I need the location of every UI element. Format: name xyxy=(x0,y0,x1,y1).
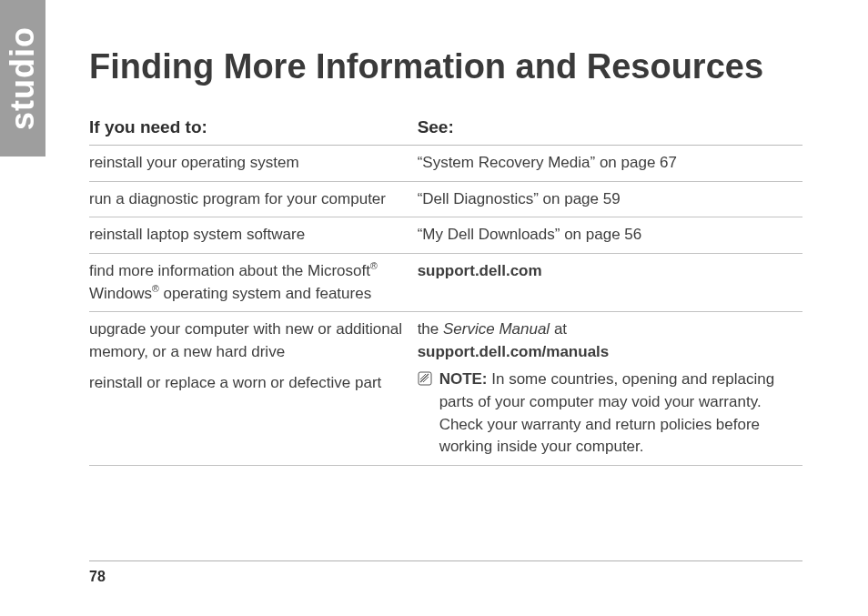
note-body: In some countries, opening and replacing… xyxy=(439,370,775,455)
registered-mark: ® xyxy=(152,283,159,294)
side-tab: studio xyxy=(0,0,45,157)
need-cell: reinstall laptop system software xyxy=(89,217,418,254)
table-row: reinstall your operating system “System … xyxy=(89,146,802,182)
rule xyxy=(89,465,418,466)
see-line: the Service Manual at xyxy=(418,318,795,341)
resources-table: If you need to: See: reinstall your oper… xyxy=(89,112,802,466)
need-line: reinstall or replace a worn or defective… xyxy=(89,372,410,395)
text: operating system and features xyxy=(159,285,371,302)
header-see: See: xyxy=(418,112,802,146)
table-row: reinstall laptop system software “My Del… xyxy=(89,217,802,254)
see-cell: “Dell Diagnostics” on page 59 xyxy=(418,181,802,217)
need-cell: reinstall your operating system xyxy=(89,146,418,182)
text: at xyxy=(550,320,567,338)
page-title: Finding More Information and Resources xyxy=(89,47,802,86)
rule xyxy=(418,465,802,466)
need-line: upgrade your computer with new or additi… xyxy=(89,318,410,363)
see-cell: “System Recovery Media” on page 67 xyxy=(418,146,802,182)
see-cell: support.dell.com xyxy=(418,253,802,311)
note-block: NOTE: In some countries, opening and rep… xyxy=(418,369,795,459)
side-tab-label: studio xyxy=(4,26,42,130)
service-manual: Service Manual xyxy=(443,320,550,338)
text: the xyxy=(418,320,443,338)
see-link: support.dell.com xyxy=(418,262,542,279)
page-content: Finding More Information and Resources I… xyxy=(89,47,802,466)
table-row xyxy=(89,465,802,466)
table-row: upgrade your computer with new or additi… xyxy=(89,312,802,465)
note-label: NOTE: xyxy=(439,370,488,388)
see-link: support.dell.com/manuals xyxy=(418,341,795,364)
need-cell: upgrade your computer with new or additi… xyxy=(89,312,418,465)
page-number: 78 xyxy=(89,569,106,585)
header-need: If you need to: xyxy=(89,112,418,146)
text: find more information about the Microsof… xyxy=(89,262,370,279)
footer-rule xyxy=(89,560,802,561)
table-row: run a diagnostic program for your comput… xyxy=(89,181,802,217)
see-cell: “My Dell Downloads” on page 56 xyxy=(418,217,802,254)
text: Windows xyxy=(89,285,152,302)
note-icon xyxy=(418,370,432,393)
table-header-row: If you need to: See: xyxy=(89,112,802,146)
need-cell: run a diagnostic program for your comput… xyxy=(89,181,418,217)
note-text: NOTE: In some countries, opening and rep… xyxy=(439,369,795,459)
registered-mark: ® xyxy=(370,260,378,271)
svg-rect-0 xyxy=(419,372,431,385)
table-row: find more information about the Microsof… xyxy=(89,253,802,311)
need-cell: find more information about the Microsof… xyxy=(89,253,418,311)
see-cell: the Service Manual at support.dell.com/m… xyxy=(418,312,802,465)
